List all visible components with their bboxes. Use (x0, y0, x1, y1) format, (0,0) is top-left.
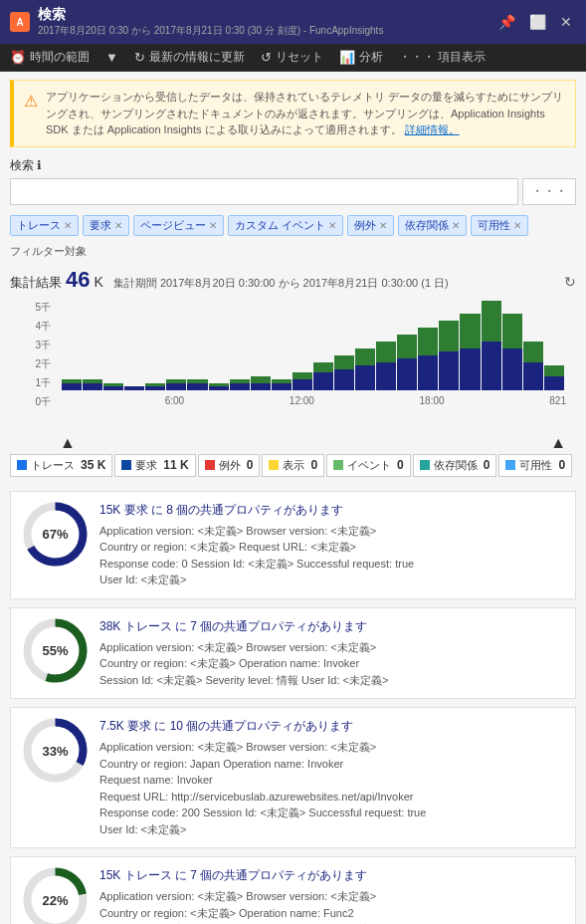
card-detail-2-2: Request name: Invoker (99, 772, 563, 789)
legend-item-0[interactable]: トレース35 K (10, 454, 112, 477)
y-axis-label: 2千 (35, 357, 51, 371)
legend-item-1[interactable]: 要求11 K (114, 454, 195, 477)
bar-segment-blue (544, 376, 564, 390)
app-icon: A (10, 12, 30, 32)
card-title-3: 15K トレース に 7 個の共通プロパティがあります (99, 867, 563, 884)
card-detail-3-0: Application version: <未定義> Browser versi… (99, 888, 563, 905)
tag-x-icon-2[interactable]: ✕ (209, 220, 217, 231)
legend-item-5[interactable]: 依存関係0 (413, 454, 497, 477)
card-3[interactable]: 22%15K トレース に 7 個の共通プロパティがありますApplicatio… (10, 856, 576, 924)
card-detail-2-5: User Id: <未定義> (99, 821, 563, 838)
filter-tag-5[interactable]: 依存関係✕ (398, 215, 467, 236)
summary-unit: K (94, 274, 102, 290)
close-button[interactable]: ✕ (556, 12, 576, 32)
tag-x-icon-1[interactable]: ✕ (114, 220, 122, 231)
bar-segment-blue (334, 369, 354, 390)
y-axis-label: 3千 (35, 339, 51, 352)
summary-refresh-icon[interactable]: ↻ (564, 274, 576, 290)
search-more-button[interactable]: ・・・ (522, 178, 576, 205)
more-items-button[interactable]: ・・・ 項目表示 (399, 49, 486, 66)
bar-group (313, 301, 333, 390)
page-subtitle: 2017年8月20日 0:30 から 2017年8月21日 0:30 (30 分… (38, 24, 383, 38)
bar-segment-green (544, 365, 564, 375)
tag-x-icon-6[interactable]: ✕ (513, 220, 521, 231)
time-range-button[interactable]: ⏰ 時間の範囲 (10, 49, 90, 66)
donut-label-1: 55% (42, 643, 68, 658)
card-detail-0-2: Response code: 0 Session Id: <未定義> Succe… (99, 556, 563, 573)
search-input[interactable] (10, 178, 518, 205)
tag-x-icon-3[interactable]: ✕ (328, 220, 336, 231)
bar-group (209, 301, 229, 390)
chart-area: 6:0012:0018:00821 (60, 301, 566, 410)
bar-group (355, 301, 375, 390)
filter-tag-1[interactable]: 要求✕ (83, 215, 129, 236)
bar-segment-green (251, 376, 271, 383)
expand-button[interactable]: ⬜ (525, 12, 550, 32)
legend-item-4[interactable]: イベント0 (326, 454, 411, 477)
bar-segment-blue (83, 383, 102, 390)
bar-group (62, 301, 82, 390)
bar-group (251, 301, 271, 390)
title-bar: A 検索 2017年8月20日 0:30 から 2017年8月21日 0:30 … (0, 0, 586, 44)
warning-text: アプリケーションから受信したデータは、保持されているテレメトリ データの量を減ら… (46, 89, 565, 138)
tag-x-icon-0[interactable]: ✕ (64, 220, 72, 231)
filter-tag-0[interactable]: トレース✕ (10, 215, 79, 236)
filter-tag-6[interactable]: 可用性✕ (471, 215, 528, 236)
bar-segment-blue (230, 383, 250, 390)
bar-group (166, 301, 186, 390)
refresh-icon: ↻ (134, 50, 145, 65)
bar-segment-green (376, 342, 396, 362)
card-1[interactable]: 55%38K トレース に 7 個の共通プロパティがありますApplicatio… (10, 607, 576, 700)
card-detail-1-0: Application version: <未定義> Browser versi… (99, 639, 563, 656)
bar-segment-blue (293, 379, 312, 389)
legend-count-0: 35 K (81, 458, 105, 472)
legend-count-6: 0 (558, 458, 565, 472)
refresh-button[interactable]: ↻ 最新の情報に更新 (134, 49, 245, 66)
legend-color-2 (205, 460, 215, 470)
card-0[interactable]: 67%15K 要求 に 8 個の共通プロパティがありますApplication … (10, 491, 576, 599)
filter-tag-3[interactable]: カスタム イベント✕ (228, 215, 343, 236)
bar-segment-green (397, 335, 417, 358)
filter-button[interactable]: ▼ (105, 50, 118, 65)
pin-button[interactable]: 📌 (494, 12, 519, 32)
legend-color-4 (333, 460, 343, 470)
left-arrow[interactable]: ▲ (60, 434, 76, 450)
x-axis-label: 12:00 (290, 395, 314, 406)
legend-row: トレース35 K要求11 K例外0表示0イベント0依存関係0可用性0 (10, 454, 576, 479)
legend-count-5: 0 (484, 458, 490, 472)
bar-segment-blue (502, 348, 522, 390)
legend-item-6[interactable]: 可用性0 (498, 454, 572, 477)
legend-label-4: イベント (347, 458, 391, 473)
bar-segment-green (334, 355, 354, 369)
legend-color-5 (420, 460, 430, 470)
filter-tag-2[interactable]: ページビュー✕ (133, 215, 224, 236)
bar-segment-blue (272, 383, 292, 390)
y-axis-label: 0千 (35, 395, 51, 409)
card-detail-0-3: User Id: <未定義> (99, 572, 563, 588)
card-title-1: 38K トレース に 7 個の共通プロパティがあります (99, 618, 563, 635)
card-title-2: 7.5K 要求 に 10 個の共通プロパティがあります (99, 718, 563, 735)
analyze-button[interactable]: 📊 分析 (339, 49, 383, 66)
bar-group (397, 301, 417, 390)
legend-label-6: 可用性 (519, 458, 552, 473)
summary-prefix: 集計結果 (10, 274, 62, 292)
legend-item-3[interactable]: 表示0 (262, 454, 324, 477)
reset-button[interactable]: ↺ リセット (261, 49, 323, 66)
legend-label-2: 例外 (219, 458, 241, 473)
tag-x-icon-5[interactable]: ✕ (452, 220, 460, 231)
legend-count-1: 11 K (163, 458, 188, 472)
bar-segment-green (482, 301, 501, 343)
refresh-label: 最新の情報に更新 (149, 49, 245, 66)
filter-tag-4[interactable]: 例外✕ (347, 215, 394, 236)
right-arrow[interactable]: ▲ (550, 434, 566, 450)
bar-group (230, 301, 250, 390)
bar-group (293, 301, 312, 390)
detail-info-link[interactable]: 詳細情報。 (405, 123, 460, 135)
search-label: 検索 ℹ (10, 157, 576, 174)
legend-item-2[interactable]: 例外0 (198, 454, 261, 477)
card-2[interactable]: 33%7.5K 要求 に 10 個の共通プロパティがありますApplicatio… (10, 707, 576, 848)
donut-0: 67% (23, 502, 88, 567)
bar-segment-green (502, 314, 522, 348)
donut-label-2: 33% (42, 743, 68, 758)
tag-x-icon-4[interactable]: ✕ (379, 220, 387, 231)
